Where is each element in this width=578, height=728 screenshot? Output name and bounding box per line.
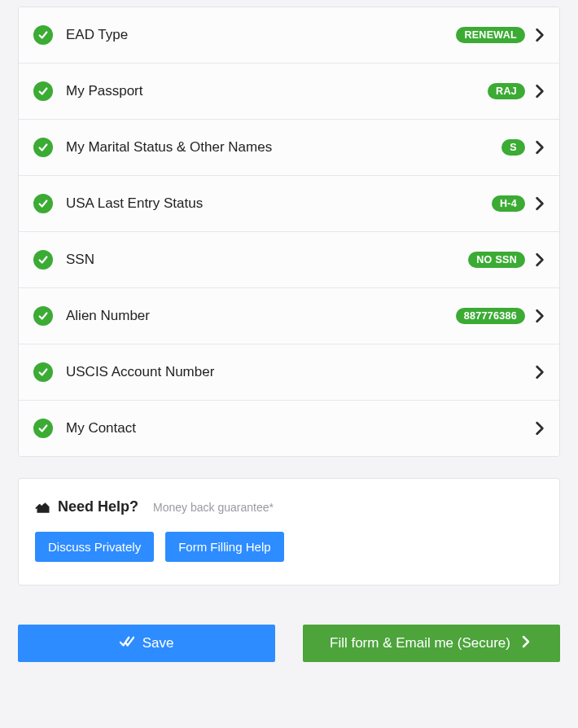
section-badge: RENEWAL	[456, 27, 525, 43]
chevron-right-icon	[535, 140, 545, 155]
section-row[interactable]: My PassportRAJ	[19, 64, 559, 120]
check-circle-icon	[33, 419, 53, 438]
chevron-right-icon	[535, 28, 545, 42]
footer-buttons: Save Fill form & Email me (Secure)	[18, 625, 560, 662]
chevron-right-icon	[519, 635, 533, 652]
help-heading: Need Help? Money back guarantee*	[35, 498, 543, 515]
section-label: USCIS Account Number	[66, 364, 535, 380]
save-button[interactable]: Save	[18, 625, 275, 662]
section-label: SSN	[66, 252, 468, 268]
discuss-privately-button[interactable]: Discuss Privately	[35, 532, 154, 562]
hand-icon	[35, 500, 51, 515]
section-row[interactable]: EAD TypeRENEWAL	[19, 7, 559, 64]
check-circle-icon	[33, 138, 53, 157]
section-label: My Marital Status & Other Names	[66, 139, 501, 156]
help-title: Need Help?	[58, 498, 138, 515]
check-circle-icon	[33, 362, 53, 382]
section-label: My Contact	[66, 420, 535, 436]
section-row[interactable]: My Marital Status & Other NamesS	[19, 120, 559, 176]
help-subtitle: Money back guarantee*	[153, 501, 274, 514]
check-circle-icon	[33, 194, 53, 213]
form-sections-card: EAD TypeRENEWALMy PassportRAJMy Marital …	[18, 7, 560, 457]
form-filling-help-button[interactable]: Form Filling Help	[165, 532, 283, 562]
section-label: My Passport	[66, 83, 488, 99]
check-circle-icon	[33, 25, 53, 45]
section-row[interactable]: My Contact	[19, 401, 559, 456]
section-badge: H-4	[492, 195, 525, 212]
chevron-right-icon	[535, 84, 545, 99]
chevron-right-icon	[535, 421, 545, 436]
section-label: Alien Number	[66, 308, 456, 324]
chevron-right-icon	[535, 196, 545, 211]
section-badge: NO SSN	[468, 252, 525, 268]
help-buttons: Discuss Privately Form Filling Help	[35, 532, 543, 562]
section-badge: S	[501, 139, 525, 156]
chevron-right-icon	[535, 365, 545, 379]
check-double-icon	[120, 635, 134, 652]
section-row[interactable]: USA Last Entry StatusH-4	[19, 176, 559, 232]
chevron-right-icon	[535, 309, 545, 323]
chevron-right-icon	[535, 252, 545, 267]
check-circle-icon	[33, 81, 53, 101]
check-circle-icon	[33, 306, 53, 326]
section-row[interactable]: SSNNO SSN	[19, 232, 559, 288]
fill-form-button-label: Fill form & Email me (Secure)	[330, 635, 510, 651]
help-card: Need Help? Money back guarantee* Discuss…	[18, 478, 560, 585]
section-badge: 887776386	[456, 308, 525, 324]
save-button-label: Save	[142, 635, 174, 651]
section-label: EAD Type	[66, 27, 456, 43]
section-row[interactable]: USCIS Account Number	[19, 344, 559, 401]
section-badge: RAJ	[488, 83, 525, 99]
check-circle-icon	[33, 250, 53, 270]
fill-form-email-button[interactable]: Fill form & Email me (Secure)	[303, 625, 560, 662]
section-label: USA Last Entry Status	[66, 195, 492, 212]
section-row[interactable]: Alien Number887776386	[19, 288, 559, 344]
